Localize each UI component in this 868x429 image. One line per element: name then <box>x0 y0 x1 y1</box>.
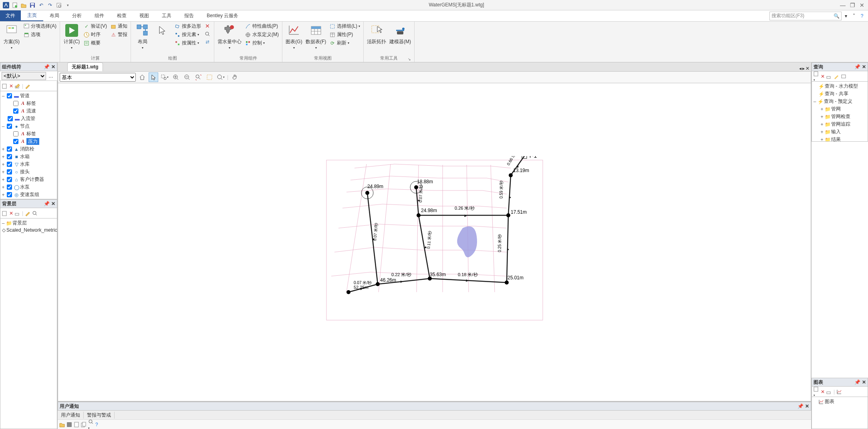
print-preview-icon[interactable] <box>55 2 62 9</box>
summary-button[interactable]: 概要 <box>83 39 108 47</box>
select-tool-button[interactable] <box>153 22 172 38</box>
tab-tools[interactable]: 工具 <box>155 10 178 21</box>
layout-tool-button[interactable]: 布局▾ <box>133 22 152 50</box>
ribbon-body: 方案(S)▾ 分项选择(A) 选项 计算(C)▾ ✓验证(V) 时序 概要 通知… <box>0 22 868 62</box>
svg-rect-4 <box>31 3 34 5</box>
svg-rect-20 <box>143 25 147 29</box>
modeler-button[interactable]: 建模器(M) <box>389 22 412 46</box>
svg-rect-14 <box>24 33 28 34</box>
timeseries-button[interactable]: 时序 <box>83 31 108 38</box>
svg-point-38 <box>402 28 405 30</box>
properties-button[interactable]: 属性(P) <box>328 31 361 38</box>
qat-dropdown-icon[interactable]: ▾ <box>64 2 71 9</box>
window-title: WaterGEMS[无标题1.wtg] <box>74 2 839 8</box>
svg-rect-11 <box>24 24 29 28</box>
svg-rect-34 <box>330 24 334 28</box>
svg-rect-31 <box>246 44 248 45</box>
svg-rect-8 <box>7 26 16 33</box>
tab-analysis[interactable]: 分析 <box>66 10 88 21</box>
demand-center-button[interactable]: 需水量中心▾ <box>217 22 242 50</box>
svg-rect-17 <box>85 41 89 45</box>
compute-button[interactable]: 计算(C)▾ <box>62 22 81 50</box>
svg-point-23 <box>178 35 179 37</box>
by-polygon-button[interactable]: 按多边形 <box>173 22 202 30</box>
datatable-button[interactable]: 数据表(F)▾ <box>305 22 327 50</box>
ribbon-search-input[interactable]: 搜索功能区(F3) 🔍 <box>769 12 842 20</box>
ribbon-tabs: 文件 主页 布局 分析 组件 检查 视图 工具 报告 Bentley 云服务 搜… <box>0 10 868 22</box>
by-element-button[interactable]: 按元素▾ <box>173 31 202 38</box>
svg-rect-5 <box>31 6 34 8</box>
file-tab[interactable]: 文件 <box>0 10 21 21</box>
svg-point-2 <box>15 5 17 8</box>
svg-point-26 <box>205 32 209 35</box>
svg-rect-25 <box>178 44 179 45</box>
dropdown-icon[interactable]: ▾ <box>842 13 850 19</box>
svg-point-22 <box>175 33 177 34</box>
quick-access-toolbar: ↶ ↷ ▾ <box>0 2 74 9</box>
svg-rect-24 <box>175 41 177 43</box>
verify-button[interactable]: ✓验证(V) <box>83 22 108 30</box>
notify-button[interactable]: 通知 <box>109 22 128 30</box>
minimize-button[interactable]: — <box>839 2 846 9</box>
subselect-button[interactable]: 分项选择(A) <box>22 22 57 30</box>
alarm-button[interactable]: ⚠警报 <box>109 31 128 38</box>
svg-rect-33 <box>311 26 321 29</box>
title-bar: ↶ ↷ ▾ WaterGEMS[无标题1.wtg] — ❐ ✕ <box>0 0 868 10</box>
swap-button[interactable] <box>203 38 211 46</box>
svg-rect-12 <box>25 25 26 26</box>
prop-curve-button[interactable]: 特性曲线(P) <box>244 22 280 30</box>
by-attr-button[interactable]: 按属性▾ <box>173 39 202 47</box>
redo-icon[interactable]: ↷ <box>46 2 54 9</box>
dialog-launcher-icon[interactable]: ↘ <box>408 57 411 61</box>
collapse-ribbon-icon[interactable]: ˄ <box>850 13 858 19</box>
delete-button[interactable]: ✕ <box>203 22 211 30</box>
svg-rect-37 <box>397 31 403 34</box>
save-icon[interactable] <box>29 2 36 9</box>
open-icon[interactable] <box>20 2 27 9</box>
tab-home[interactable]: 主页 <box>21 10 43 21</box>
control-button[interactable]: 控制▾ <box>244 39 280 47</box>
restore-button[interactable]: ❐ <box>849 2 856 9</box>
svg-rect-10 <box>12 27 14 29</box>
active-topo-button[interactable]: 活跃拓扑 <box>366 22 387 46</box>
close-button[interactable]: ✕ <box>858 2 866 9</box>
svg-rect-18 <box>111 25 115 28</box>
tab-report[interactable]: 报告 <box>178 10 200 21</box>
svg-rect-19 <box>137 25 141 29</box>
select-set-button[interactable]: 选择组(L) ▾ <box>328 22 361 30</box>
svg-rect-13 <box>24 34 28 37</box>
tab-cloud[interactable]: Bentley 云服务 <box>200 10 245 21</box>
search-icon: 🔍 <box>834 13 840 19</box>
window-controls: — ❐ ✕ <box>839 2 868 9</box>
find-button[interactable] <box>203 30 211 38</box>
svg-point-27 <box>230 25 234 29</box>
chart-button[interactable]: 图表(G)▾ <box>285 22 303 50</box>
new-icon[interactable] <box>11 2 18 9</box>
refresh-button[interactable]: ⟳刷新▾ <box>328 39 361 47</box>
app-icon <box>2 2 10 9</box>
tab-layout[interactable]: 布局 <box>43 10 66 21</box>
svg-rect-21 <box>143 31 147 35</box>
tab-view[interactable]: 视图 <box>133 10 155 21</box>
tab-component[interactable]: 组件 <box>88 10 111 21</box>
options-button[interactable]: 选项 <box>22 31 57 38</box>
help-icon[interactable]: ? <box>858 13 866 19</box>
search-placeholder: 搜索功能区(F3) <box>771 12 804 19</box>
svg-rect-29 <box>246 41 248 43</box>
scheme-button[interactable]: 方案(S)▾ <box>2 22 21 50</box>
tab-check[interactable]: 检查 <box>111 10 133 21</box>
svg-rect-9 <box>8 27 11 29</box>
undo-icon[interactable]: ↶ <box>38 2 45 9</box>
pump-def-button[interactable]: 水泵定义(M) <box>244 31 280 38</box>
svg-rect-30 <box>248 41 250 43</box>
